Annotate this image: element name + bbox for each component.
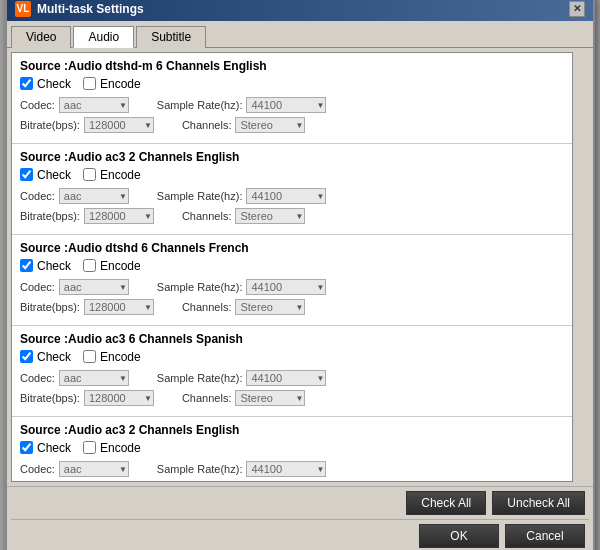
check-checkbox[interactable] — [20, 168, 33, 181]
channels-select[interactable]: StereoMono5.1 — [235, 299, 305, 315]
check-checkbox-label[interactable]: Check — [20, 168, 71, 182]
encode-checkbox-label[interactable]: Encode — [83, 168, 141, 182]
check-checkbox-label[interactable]: Check — [20, 259, 71, 273]
form-row-1: Codec: aacmp3ac3 Sample Rate(hz): 441004… — [20, 97, 564, 113]
bitrate-select[interactable]: 128000192000256000 — [84, 390, 154, 406]
codec-select-wrapper: aacmp3ac3 — [59, 370, 129, 386]
form-row-2: Bitrate(bps): 128000192000256000 Channel… — [20, 117, 564, 133]
uncheck-all-button[interactable]: Uncheck All — [492, 491, 585, 515]
check-checkbox-label[interactable]: Check — [20, 77, 71, 91]
close-button[interactable]: ✕ — [569, 1, 585, 17]
encode-checkbox[interactable] — [83, 350, 96, 363]
check-encode-line: Check Encode — [20, 350, 564, 364]
encode-checkbox[interactable] — [83, 168, 96, 181]
check-checkbox[interactable] — [20, 77, 33, 90]
codec-select[interactable]: aacmp3ac3 — [59, 279, 129, 295]
sample-rate-label: Sample Rate(hz): — [157, 99, 243, 111]
tab-subtitle[interactable]: Subtitle — [136, 26, 206, 48]
check-checkbox[interactable] — [20, 259, 33, 272]
bitrate-group: Bitrate(bps): 128000192000256000 — [20, 208, 154, 224]
channels-label: Channels: — [182, 301, 232, 313]
channels-label: Channels: — [182, 392, 232, 404]
tab-audio[interactable]: Audio — [73, 26, 134, 48]
sample-rate-label: Sample Rate(hz): — [157, 190, 243, 202]
channels-select[interactable]: StereoMono5.1 — [235, 390, 305, 406]
cancel-button[interactable]: Cancel — [505, 524, 585, 548]
form-row-1: Codec: aacmp3ac3 Sample Rate(hz): 441004… — [20, 370, 564, 386]
check-encode-line: Check Encode — [20, 168, 564, 182]
sample-rate-select[interactable]: 441004800022050 — [246, 279, 326, 295]
codec-label: Codec: — [20, 463, 55, 475]
bitrate-group: Bitrate(bps): 128000192000256000 — [20, 117, 154, 133]
form-row-2: Bitrate(bps): 128000192000256000 Channel… — [20, 299, 564, 315]
channels-select-wrapper: StereoMono5.1 — [235, 390, 305, 406]
sample-rate-group: Sample Rate(hz): 441004800022050 — [157, 97, 327, 113]
sample-rate-select[interactable]: 441004800022050 — [246, 370, 326, 386]
codec-select[interactable]: aacmp3ac3 — [59, 461, 129, 477]
audio-section: Source :Audio ac3 2 Channels English Che… — [12, 417, 572, 482]
sample-rate-select-wrapper: 441004800022050 — [246, 370, 326, 386]
bitrate-select[interactable]: 128000192000256000 — [84, 117, 154, 133]
check-all-button[interactable]: Check All — [406, 491, 486, 515]
sample-rate-select[interactable]: 441004800022050 — [246, 461, 326, 477]
sample-rate-select[interactable]: 441004800022050 — [246, 97, 326, 113]
bitrate-select[interactable]: 128000192000256000 — [84, 208, 154, 224]
ok-button[interactable]: OK — [419, 524, 499, 548]
encode-checkbox-label[interactable]: Encode — [83, 441, 141, 455]
sample-rate-select-wrapper: 441004800022050 — [246, 461, 326, 477]
channels-select-wrapper: StereoMono5.1 — [235, 208, 305, 224]
codec-select[interactable]: aacmp3ac3 — [59, 97, 129, 113]
encode-checkbox[interactable] — [83, 259, 96, 272]
check-checkbox[interactable] — [20, 350, 33, 363]
audio-section: Source :Audio ac3 2 Channels English Che… — [12, 144, 572, 235]
codec-label: Codec: — [20, 190, 55, 202]
bitrate-label: Bitrate(bps): — [20, 392, 80, 404]
form-row-1: Codec: aacmp3ac3 Sample Rate(hz): 441004… — [20, 461, 564, 477]
codec-group: Codec: aacmp3ac3 — [20, 279, 129, 295]
check-label: Check — [37, 350, 71, 364]
sample-rate-select-wrapper: 441004800022050 — [246, 97, 326, 113]
encode-label: Encode — [100, 168, 141, 182]
bitrate-select[interactable]: 128000192000256000 — [84, 299, 154, 315]
codec-select-wrapper: aacmp3ac3 — [59, 97, 129, 113]
encode-label: Encode — [100, 441, 141, 455]
encode-checkbox[interactable] — [83, 77, 96, 90]
channels-select[interactable]: StereoMono5.1 — [235, 117, 305, 133]
channels-select[interactable]: StereoMono5.1 — [235, 208, 305, 224]
form-row-1: Codec: aacmp3ac3 Sample Rate(hz): 441004… — [20, 188, 564, 204]
channels-label: Channels: — [182, 210, 232, 222]
codec-select-wrapper: aacmp3ac3 — [59, 279, 129, 295]
encode-label: Encode — [100, 259, 141, 273]
bitrate-select[interactable]: 128000192000256000 — [84, 481, 154, 482]
check-label: Check — [37, 168, 71, 182]
check-checkbox-label[interactable]: Check — [20, 441, 71, 455]
title-bar-left: VL Multi-task Settings — [15, 1, 144, 17]
codec-group: Codec: aacmp3ac3 — [20, 97, 129, 113]
sample-rate-group: Sample Rate(hz): 441004800022050 — [157, 279, 327, 295]
check-checkbox-label[interactable]: Check — [20, 350, 71, 364]
scrollbar[interactable] — [573, 52, 589, 482]
codec-select[interactable]: aacmp3ac3 — [59, 188, 129, 204]
audio-list: Source :Audio dtshd-m 6 Channels English… — [11, 52, 573, 482]
app-icon: VL — [15, 1, 31, 17]
encode-checkbox-label[interactable]: Encode — [83, 259, 141, 273]
codec-label: Codec: — [20, 99, 55, 111]
check-label: Check — [37, 77, 71, 91]
encode-checkbox[interactable] — [83, 441, 96, 454]
sample-rate-select[interactable]: 441004800022050 — [246, 188, 326, 204]
encode-checkbox-label[interactable]: Encode — [83, 77, 141, 91]
form-row-1: Codec: aacmp3ac3 Sample Rate(hz): 441004… — [20, 279, 564, 295]
channels-select[interactable]: StereoMono5.1 — [235, 481, 305, 482]
channels-select-wrapper: StereoMono5.1 — [235, 117, 305, 133]
bitrate-group: Bitrate(bps): 128000192000256000 — [20, 481, 154, 482]
title-bar: VL Multi-task Settings ✕ — [7, 0, 593, 21]
encode-checkbox-label[interactable]: Encode — [83, 350, 141, 364]
check-checkbox[interactable] — [20, 441, 33, 454]
codec-select[interactable]: aacmp3ac3 — [59, 370, 129, 386]
channels-group: Channels: StereoMono5.1 — [182, 299, 306, 315]
sample-rate-label: Sample Rate(hz): — [157, 463, 243, 475]
check-label: Check — [37, 259, 71, 273]
source-label: Source :Audio dtshd 6 Channels French — [20, 241, 564, 255]
tab-video[interactable]: Video — [11, 26, 71, 48]
bitrate-group: Bitrate(bps): 128000192000256000 — [20, 390, 154, 406]
